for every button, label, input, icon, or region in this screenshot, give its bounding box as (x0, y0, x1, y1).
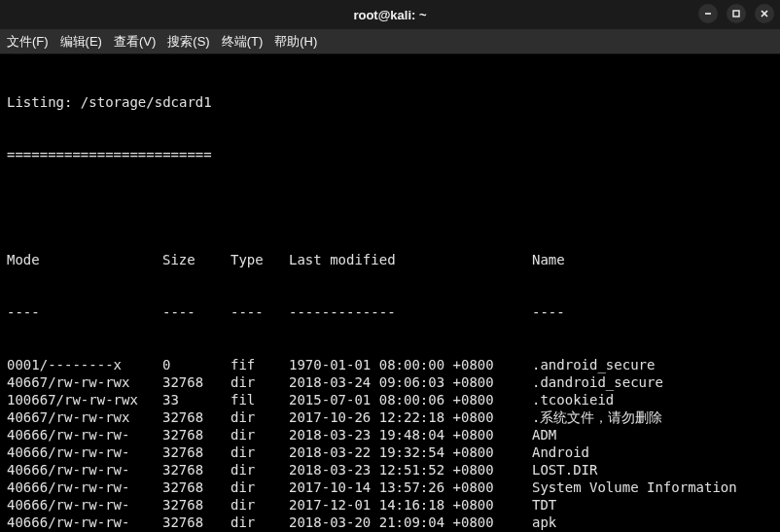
menu-help[interactable]: 帮助(H) (274, 33, 317, 51)
menu-file[interactable]: 文件(F) (7, 33, 49, 51)
terminal-area[interactable]: Listing: /storage/sdcard1 ==============… (0, 54, 780, 532)
listing-separator: ========================= (7, 146, 773, 163)
listing-header: Listing: /storage/sdcard1 (7, 93, 773, 111)
cell-date: 2018-03-23 12:51:52 +0800 (289, 461, 532, 479)
cell-name: System Volume Information (532, 479, 737, 496)
listing-row: 40666/rw-rw-rw-32768dir2017-10-14 13:57:… (7, 479, 773, 496)
cell-size: 32768 (162, 426, 230, 443)
listing-row: 0001/--------x0fif1970-01-01 08:00:00 +0… (7, 356, 773, 373)
cell-date: 2018-03-23 19:48:04 +0800 (289, 426, 532, 443)
listing-row: 40666/rw-rw-rw-32768dir2018-03-22 19:32:… (7, 443, 773, 461)
listing-row: 40667/rw-rw-rwx32768dir2017-10-26 12:22:… (7, 408, 773, 426)
listing-row: 40667/rw-rw-rwx32768dir2018-03-24 09:06:… (7, 373, 773, 391)
window-controls (698, 4, 774, 23)
cell-type: dir (230, 373, 289, 391)
cell-mode: 100667/rw-rw-rwx (7, 391, 162, 408)
close-button[interactable] (755, 4, 774, 23)
cell-mode: 40666/rw-rw-rw- (7, 514, 162, 531)
cell-type: dir (230, 496, 289, 514)
cell-name: .系统文件，请勿删除 (532, 408, 662, 426)
column-dashes: ----------------------------- (7, 303, 773, 321)
window-title: root@kali: ~ (353, 8, 426, 22)
cell-size: 32768 (162, 514, 230, 531)
col-name-header: Name (532, 251, 565, 268)
cell-date: 2017-10-26 12:22:18 +0800 (289, 408, 532, 426)
cell-type: dir (230, 461, 289, 479)
cell-size: 32768 (162, 373, 230, 391)
cell-mode: 40666/rw-rw-rw- (7, 426, 162, 443)
cell-type: fif (230, 356, 289, 373)
close-icon (760, 9, 769, 18)
cell-name: LOST.DIR (532, 461, 597, 479)
minimize-button[interactable] (698, 4, 718, 23)
cell-name: .dandroid_secure (532, 373, 663, 391)
menu-search[interactable]: 搜索(S) (167, 33, 209, 51)
menu-edit[interactable]: 编辑(E) (60, 33, 102, 51)
cell-mode: 40667/rw-rw-rwx (7, 408, 162, 426)
cell-type: dir (230, 426, 289, 443)
maximize-icon (731, 9, 741, 18)
cell-name: .android_secure (532, 356, 655, 373)
cell-date: 2018-03-22 19:32:54 +0800 (289, 443, 532, 461)
cell-date: 2018-03-20 21:09:04 +0800 (289, 514, 532, 531)
minimize-icon (703, 9, 713, 18)
listing-row: 40666/rw-rw-rw-32768dir2018-03-23 12:51:… (7, 461, 773, 479)
column-headers: ModeSizeTypeLast modifiedName (7, 251, 773, 268)
cell-name: apk (532, 514, 556, 531)
cell-mode: 40666/rw-rw-rw- (7, 443, 162, 461)
cell-size: 32768 (162, 496, 230, 514)
col-date-header: Last modified (289, 251, 532, 268)
listing-row: 40666/rw-rw-rw-32768dir2018-03-23 19:48:… (7, 426, 773, 443)
cell-name: Android (532, 443, 589, 461)
cell-date: 1970-01-01 08:00:00 +0800 (289, 356, 532, 373)
menu-view[interactable]: 查看(V) (114, 33, 156, 51)
cell-type: dir (230, 479, 289, 496)
cell-date: 2018-03-24 09:06:03 +0800 (289, 373, 532, 391)
menubar: 文件(F) 编辑(E) 查看(V) 搜索(S) 终端(T) 帮助(H) (0, 29, 780, 54)
maximize-button[interactable] (727, 4, 746, 23)
cell-size: 33 (162, 391, 230, 408)
cell-name: .tcookieid (532, 391, 614, 408)
cell-type: dir (230, 514, 289, 531)
cell-date: 2015-07-01 08:00:06 +0800 (289, 391, 532, 408)
col-type-header: Type (230, 251, 289, 268)
cell-size: 32768 (162, 479, 230, 496)
cell-mode: 40666/rw-rw-rw- (7, 461, 162, 479)
cell-date: 2017-12-01 14:16:18 +0800 (289, 496, 532, 514)
svg-rect-1 (733, 11, 739, 17)
cell-type: dir (230, 443, 289, 461)
cell-size: 32768 (162, 443, 230, 461)
col-size-header: Size (162, 251, 230, 268)
cell-date: 2017-10-14 13:57:26 +0800 (289, 479, 532, 496)
cell-type: dir (230, 408, 289, 426)
cell-size: 32768 (162, 408, 230, 426)
listing-row: 100667/rw-rw-rwx33fil2015-07-01 08:00:06… (7, 391, 773, 408)
cell-mode: 40666/rw-rw-rw- (7, 496, 162, 514)
listing-row: 40666/rw-rw-rw-32768dir2018-03-20 21:09:… (7, 514, 773, 531)
col-mode-header: Mode (7, 251, 162, 268)
blank-row (7, 198, 773, 216)
menu-terminal[interactable]: 终端(T) (222, 33, 264, 51)
cell-size: 0 (162, 356, 230, 373)
titlebar: root@kali: ~ (0, 0, 780, 29)
cell-mode: 40666/rw-rw-rw- (7, 479, 162, 496)
cell-name: ADM (532, 426, 556, 443)
listing-row: 40666/rw-rw-rw-32768dir2017-12-01 14:16:… (7, 496, 773, 514)
cell-mode: 0001/--------x (7, 356, 162, 373)
cell-mode: 40667/rw-rw-rwx (7, 373, 162, 391)
cell-type: fil (230, 391, 289, 408)
cell-name: TDT (532, 496, 556, 514)
cell-size: 32768 (162, 461, 230, 479)
